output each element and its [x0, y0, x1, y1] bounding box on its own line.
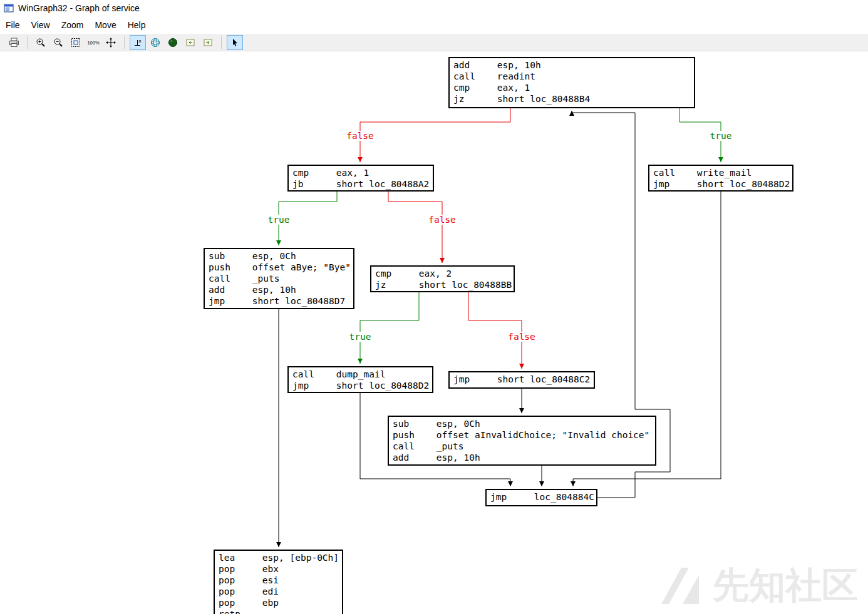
graph-edge-loop-entry-to-cmp-eax-1: [360, 108, 510, 162]
graph-node-cmp-eax-1[interactable]: cmp eax, 1 jb short loc_80488A2: [287, 165, 434, 192]
graph-edge-cmp-eax-2-to-dump-mail: [360, 292, 419, 364]
layout-icon: n: [133, 38, 143, 48]
window-title: WinGraph32 - Graph of service: [18, 3, 140, 13]
print-button[interactable]: [6, 35, 22, 50]
next-graph-icon: [203, 38, 213, 48]
sphere-button[interactable]: [165, 35, 181, 50]
graph-node-bye[interactable]: sub esp, 0Ch push offset aBye; "Bye" cal…: [204, 248, 354, 309]
zoom-out-icon: [53, 38, 63, 48]
app-icon: [4, 3, 14, 13]
layout-button[interactable]: n: [130, 35, 146, 50]
zoom-in-icon: [36, 38, 46, 48]
menu-view[interactable]: View: [26, 18, 56, 33]
globe-button[interactable]: [147, 35, 163, 50]
center-arrows-icon: [106, 38, 116, 48]
zoom-100-icon: 100%: [87, 38, 100, 48]
graph-edge-cmp-eax-2-to-jmp-80488C2: [468, 292, 522, 369]
printer-icon: [9, 38, 19, 48]
edge-label-true: true: [267, 215, 291, 225]
cursor-arrow-icon: [230, 38, 240, 48]
prev-graph-button[interactable]: [182, 35, 199, 50]
select-tool-button[interactable]: [227, 35, 243, 50]
edge-label-false: false: [427, 215, 457, 225]
center-button[interactable]: [103, 35, 119, 50]
edge-label-false: false: [507, 332, 537, 342]
prev-graph-icon: [185, 38, 195, 48]
zoom-100-button[interactable]: 100%: [85, 35, 101, 50]
graph-node-jmp-80488C2[interactable]: jmp short loc_80488C2: [448, 371, 595, 389]
graph-node-epilogue[interactable]: lea esp, [ebp-0Ch] pop ebx pop esi pop e…: [214, 550, 343, 614]
menu-help[interactable]: Help: [122, 18, 152, 33]
zoom-fit-button[interactable]: [68, 35, 84, 50]
zoom-fit-icon: [71, 38, 81, 48]
menu-zoom[interactable]: Zoom: [56, 18, 90, 33]
toolbar-separator: [221, 36, 222, 49]
graph-node-invalid-choice[interactable]: sub esp, 0Ch push offset aInvalidChoice;…: [388, 416, 656, 466]
svg-text:100%: 100%: [87, 40, 100, 46]
edge-label-true: true: [348, 332, 373, 342]
zoom-in-button[interactable]: [33, 35, 49, 50]
menu-bar: File View Zoom Move Help: [0, 16, 868, 34]
graph-canvas[interactable]: 先知社区 falsetruetruefalsetruefalseadd esp,…: [0, 51, 868, 614]
graph-node-jmp-804884C[interactable]: jmp loc_804884C: [485, 489, 597, 506]
graph-node-cmp-eax-2[interactable]: cmp eax, 2 jz short loc_80488BB: [370, 265, 515, 292]
graph-node-write-mail[interactable]: call write_mail jmp short loc_80488D2: [648, 165, 793, 192]
graph-edges: [0, 51, 868, 614]
title-bar: WinGraph32 - Graph of service: [0, 0, 868, 16]
toolbar: 100% n: [0, 34, 868, 51]
graph-node-dump-mail[interactable]: call dump_mail jmp short loc_80488D2: [287, 366, 433, 393]
graph-node-loop-entry[interactable]: add esp, 10h call readint cmp eax, 1 jz …: [448, 57, 695, 108]
edge-label-true: true: [709, 131, 733, 141]
svg-text:n: n: [139, 39, 142, 43]
menu-move[interactable]: Move: [89, 18, 121, 33]
menu-file[interactable]: File: [0, 18, 26, 33]
toolbar-separator: [124, 36, 125, 49]
graph-edge-cmp-eax-1-to-cmp-eax-2: [388, 192, 442, 263]
zoom-out-button[interactable]: [50, 35, 66, 50]
edge-label-false: false: [345, 131, 375, 141]
toolbar-separator: [27, 36, 28, 49]
next-graph-button[interactable]: [200, 35, 216, 50]
globe-icon: [150, 38, 160, 48]
sphere-icon: [168, 38, 178, 48]
